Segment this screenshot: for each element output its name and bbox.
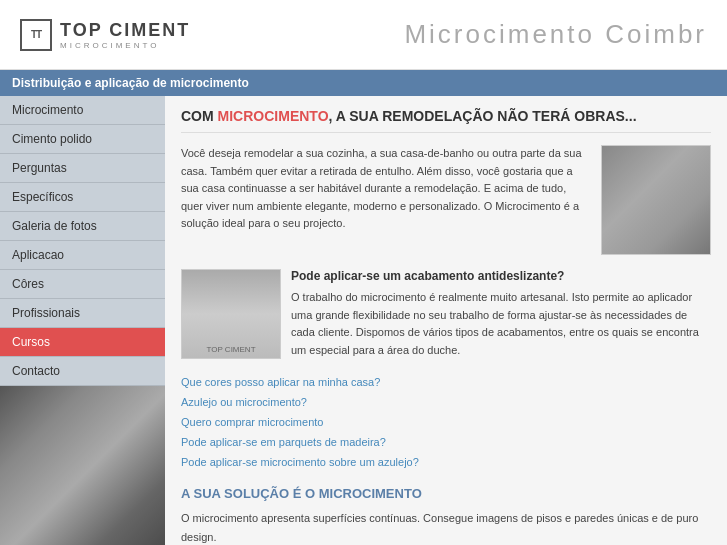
site-title: Microcimento Coimbr: [404, 19, 707, 50]
mid-section: TOP CIMENT Pode aplicar-se um acabamento…: [181, 269, 711, 359]
links-section: Que cores posso aplicar na minha casa? A…: [181, 373, 711, 472]
logo-title: TOP CIMENT: [60, 20, 190, 41]
sidebar-item-microcimento[interactable]: Microcimento: [0, 96, 165, 125]
main-layout: Microcimento Cimento polido Perguntas Es…: [0, 96, 727, 545]
sidebar-item-contacto[interactable]: Contacto: [0, 357, 165, 386]
sidebar: Microcimento Cimento polido Perguntas Es…: [0, 96, 165, 545]
sidebar-item-especificos[interactable]: Específicos: [0, 183, 165, 212]
sidebar-image-inner: [0, 386, 165, 545]
bottom-section: A SUA SOLUÇÃO É O MICROCIMENTO O microci…: [181, 486, 711, 545]
link-item-3[interactable]: Pode aplicar-se em parquets de madeira?: [181, 433, 711, 453]
mid-paragraph: O trabalho do microcimento é realmente m…: [291, 289, 711, 359]
main-heading-suffix: , A SUA REMODELAÇÃO NÃO TERÁ OBRAS...: [329, 108, 637, 124]
sidebar-item-profissionais[interactable]: Profissionais: [0, 299, 165, 328]
subtitle-bar: Distribuição e aplicação de microcimento: [0, 70, 727, 96]
logo-text-area: TOP CIMENT microcimento: [60, 20, 190, 50]
mid-image: TOP CIMENT: [181, 269, 281, 359]
sidebar-item-cimento-polido[interactable]: Cimento polido: [0, 125, 165, 154]
subtitle-text: Distribuição e aplicação de microcimento: [12, 76, 249, 90]
content-area: COM MICROCIMENTO, A SUA REMODELAÇÃO NÃO …: [165, 96, 727, 545]
sidebar-item-cursos[interactable]: Cursos: [0, 328, 165, 357]
bottom-heading: A SUA SOLUÇÃO É O MICROCIMENTO: [181, 486, 711, 501]
top-section: Você deseja remodelar a sua cozinha, a s…: [181, 145, 711, 255]
sidebar-item-cores[interactable]: Côres: [0, 270, 165, 299]
link-item-2[interactable]: Quero comprar microcimento: [181, 413, 711, 433]
mid-text-area: Pode aplicar-se um acabamento antidesliz…: [291, 269, 711, 359]
main-heading-prefix: COM: [181, 108, 218, 124]
link-item-0[interactable]: Que cores posso aplicar na minha casa?: [181, 373, 711, 393]
header: TT TOP CIMENT microcimento Microcimento …: [0, 0, 727, 70]
mid-subheading: Pode aplicar-se um acabamento antidesliz…: [291, 269, 711, 283]
top-image: [601, 145, 711, 255]
logo-icon: TT: [20, 19, 52, 51]
logo-sub: microcimento: [60, 41, 190, 50]
bottom-text-1: O microcimento apresenta superfícies con…: [181, 512, 698, 543]
link-item-1[interactable]: Azulejo ou microcimento?: [181, 393, 711, 413]
sidebar-item-perguntas[interactable]: Perguntas: [0, 154, 165, 183]
main-heading-highlight: MICROCIMENTO: [218, 108, 329, 124]
main-heading: COM MICROCIMENTO, A SUA REMODELAÇÃO NÃO …: [181, 108, 711, 133]
top-paragraph: Você deseja remodelar a sua cozinha, a s…: [181, 145, 591, 255]
mid-image-label: TOP CIMENT: [206, 345, 255, 354]
logo-area: TT TOP CIMENT microcimento: [20, 19, 190, 51]
link-item-4[interactable]: Pode aplicar-se microcimento sobre um az…: [181, 453, 711, 473]
sidebar-item-aplicacao[interactable]: Aplicacao: [0, 241, 165, 270]
bottom-text: O microcimento apresenta superfícies con…: [181, 509, 711, 545]
sidebar-item-galeria[interactable]: Galeria de fotos: [0, 212, 165, 241]
sidebar-image: [0, 386, 165, 545]
